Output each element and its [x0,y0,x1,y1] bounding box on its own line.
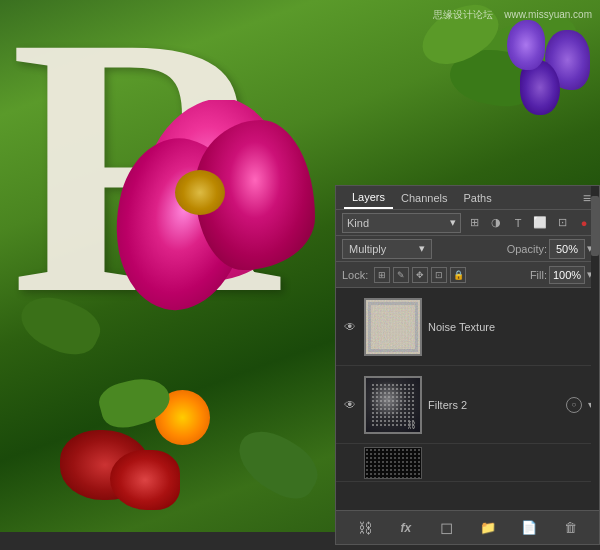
filter-pixel-icon[interactable]: ⊞ [465,214,483,232]
filter-adjustment-icon[interactable]: ◑ [487,214,505,232]
fill-field: Fill: 100% ▾ [530,266,593,284]
lock-bar: Lock: ⊞ ✎ ✥ ⊡ 🔒 Fill: 100% ▾ [336,262,599,288]
kind-dropdown[interactable]: Kind ▾ [342,213,461,233]
layers-list: 👁 Noise Texture 👁 ⛓ [336,288,599,508]
tab-layers[interactable]: Layers [344,187,393,209]
kind-dropdown-arrow: ▾ [450,216,456,229]
panel-menu-icon[interactable]: ≡ [583,190,591,206]
new-layer-button[interactable]: 📄 [518,517,540,539]
watermark-text-2: www.missyuan.com [504,9,592,20]
fill-label: Fill: [530,269,547,281]
fill-value[interactable]: 100% [549,266,585,284]
watermark: 思缘设计论坛 www.missyuan.com [433,8,592,22]
lock-transparent-pixels[interactable]: ⊞ [374,267,390,283]
tab-channels[interactable]: Channels [393,188,455,208]
add-layer-style-button[interactable]: fx [395,517,417,539]
filter-shape-icon[interactable]: ⬜ [531,214,549,232]
scrollbar-thumb[interactable] [591,196,599,256]
new-group-button[interactable]: 📁 [477,517,499,539]
watermark-text-1: 思缘设计论坛 [433,9,493,20]
top-right-foliage [260,0,600,200]
layer-smart-badge[interactable]: ○ [566,397,582,413]
layer-thumb-filters: ⛓ [364,376,422,434]
link-layers-button[interactable]: ⛓ [354,517,376,539]
panel-footer: ⛓ fx ◻ 📁 📄 🗑 [336,510,599,544]
blend-mode-bar: Multiply ▾ Opacity: 50% ▾ [336,236,599,262]
layer-name-filters: Filters 2 [428,399,560,411]
opacity-label: Opacity: [507,243,547,255]
blend-mode-arrow: ▾ [419,242,425,255]
filter-smart-icon[interactable]: ⊡ [553,214,571,232]
scrollbar[interactable] [591,186,599,544]
blend-mode-label: Multiply [349,243,386,255]
layers-panel: Layers Channels Paths ≡ Kind ▾ ⊞ ◑ T ⬜ ⊡… [335,185,600,545]
layer-thumb-small [364,447,422,479]
bottom-flowers [60,430,180,530]
layer-visibility-filters[interactable]: 👁 [342,397,358,413]
opacity-field: Opacity: 50% ▾ [507,239,593,259]
kind-label: Kind [347,217,369,229]
tab-paths[interactable]: Paths [456,188,500,208]
delete-layer-button[interactable]: 🗑 [559,517,581,539]
panel-header: Layers Channels Paths ≡ [336,186,599,210]
lock-position[interactable]: ✥ [412,267,428,283]
filter-type-icon[interactable]: T [509,214,527,232]
blend-mode-dropdown[interactable]: Multiply ▾ [342,239,432,259]
add-mask-button[interactable]: ◻ [436,517,458,539]
search-bar: Kind ▾ ⊞ ◑ T ⬜ ⊡ ● [336,210,599,236]
lock-label: Lock: [342,269,368,281]
layer-item-filters-2[interactable]: 👁 ⛓ Filters 2 ○ ▾ [336,366,599,444]
layer-thumb-noise [364,298,422,356]
layer-item-noise-texture[interactable]: 👁 Noise Texture [336,288,599,366]
lock-all[interactable]: 🔒 [450,267,466,283]
layer-item-small[interactable] [336,444,599,482]
lock-artboard[interactable]: ⊡ [431,267,447,283]
opacity-value[interactable]: 50% [549,239,585,259]
layer-visibility-noise[interactable]: 👁 [342,319,358,335]
layer-name-noise: Noise Texture [428,321,593,333]
lock-image-pixels[interactable]: ✎ [393,267,409,283]
